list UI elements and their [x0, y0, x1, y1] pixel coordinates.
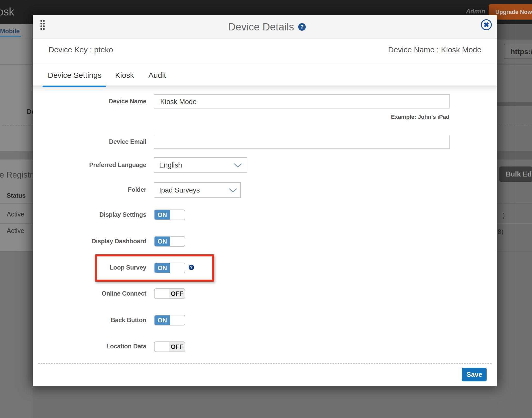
svg-text:?: ? [300, 24, 304, 30]
svg-text:?: ? [190, 265, 192, 270]
